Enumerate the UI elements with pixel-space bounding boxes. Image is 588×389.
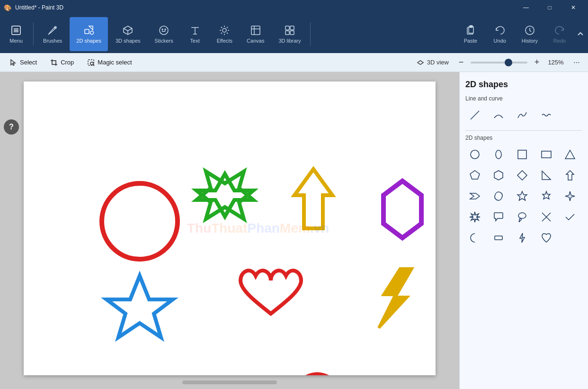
undo-label: Undo bbox=[494, 38, 506, 44]
horizontal-scrollbar[interactable] bbox=[182, 380, 277, 384]
svg-marker-36 bbox=[196, 172, 253, 217]
shape-line[interactable] bbox=[465, 106, 484, 125]
maximize-button[interactable]: □ bbox=[539, 0, 561, 15]
canvas-label: Canvas bbox=[247, 38, 264, 44]
magic-select-button[interactable]: Magic select bbox=[81, 55, 137, 70]
toolbar-3d-library[interactable]: 3D library bbox=[272, 17, 307, 51]
svg-rect-45 bbox=[518, 150, 526, 159]
minimize-button[interactable]: — bbox=[515, 0, 537, 15]
toolbar-text[interactable]: Text bbox=[181, 17, 209, 51]
svg-rect-24 bbox=[290, 26, 294, 30]
shape-diamond[interactable] bbox=[513, 166, 532, 185]
drawing-canvas[interactable]: ThuThuatPhanMem.vn bbox=[24, 81, 436, 375]
shape-curve-arc[interactable] bbox=[489, 106, 508, 125]
svg-point-8 bbox=[160, 26, 168, 35]
toolbar-redo[interactable]: Redo bbox=[545, 17, 574, 51]
svg-line-18 bbox=[221, 33, 222, 34]
select-button[interactable]: Select bbox=[4, 55, 43, 70]
shape-circle[interactable] bbox=[465, 145, 484, 164]
shape-cross[interactable] bbox=[537, 208, 556, 226]
svg-marker-37 bbox=[294, 169, 332, 228]
shape-star-5[interactable] bbox=[513, 187, 532, 206]
2d-shapes-grid bbox=[465, 145, 582, 247]
svg-marker-54 bbox=[517, 191, 527, 200]
svg-marker-51 bbox=[542, 171, 551, 180]
shape-s-curve[interactable] bbox=[513, 106, 532, 125]
toolbar-collapse-button[interactable] bbox=[575, 17, 586, 51]
svg-rect-25 bbox=[285, 31, 289, 35]
select-label: Select bbox=[20, 59, 37, 66]
shape-squiggle[interactable] bbox=[537, 106, 556, 125]
title-bar-left: 🎨 Untitled* - Paint 3D bbox=[4, 4, 63, 11]
svg-marker-6 bbox=[89, 26, 93, 30]
crop-button[interactable]: Crop bbox=[45, 55, 80, 70]
zoom-slider[interactable] bbox=[471, 62, 527, 63]
text-label: Text bbox=[190, 38, 200, 44]
shape-speech-bubble[interactable] bbox=[489, 208, 508, 226]
canvas-area: ThuThuatPhanMem.vn bbox=[0, 72, 459, 389]
shape-square[interactable] bbox=[513, 145, 532, 164]
main-toolbar: Menu Brushes 2D shapes 3D shapes bbox=[0, 15, 588, 53]
svg-marker-53 bbox=[470, 193, 480, 199]
zoom-out-button[interactable]: − bbox=[455, 57, 467, 68]
svg-point-11 bbox=[223, 28, 226, 32]
shape-triangle[interactable] bbox=[561, 145, 579, 164]
zoom-percent: 125% bbox=[546, 59, 565, 66]
3d-library-label: 3D library bbox=[278, 38, 301, 44]
shape-heart[interactable] bbox=[537, 228, 556, 247]
effects-label: Effects bbox=[217, 38, 232, 44]
close-button[interactable]: ✕ bbox=[562, 0, 584, 15]
zoom-thumb[interactable] bbox=[505, 59, 512, 66]
toolbar-brushes[interactable]: Brushes bbox=[36, 17, 69, 51]
shape-right-triangle[interactable] bbox=[537, 166, 556, 185]
shape-arrow-up[interactable] bbox=[561, 166, 579, 185]
shape-freeform[interactable] bbox=[489, 187, 508, 206]
svg-rect-30 bbox=[52, 61, 56, 64]
toolbar-2d-shapes[interactable]: 2D shapes bbox=[70, 17, 108, 51]
toolbar-stickers[interactable]: Stickers bbox=[148, 17, 180, 51]
shape-lightning[interactable] bbox=[513, 228, 532, 247]
toolbar-sep-2 bbox=[310, 22, 311, 46]
shape-checkmark[interactable] bbox=[561, 208, 579, 226]
svg-rect-46 bbox=[542, 151, 551, 158]
shape-star-6[interactable] bbox=[537, 187, 556, 206]
toolbar-effects[interactable]: Effects bbox=[210, 17, 239, 51]
view-3d-button[interactable]: 3D view bbox=[412, 57, 454, 68]
title-bar-controls: — □ ✕ bbox=[515, 0, 584, 15]
shape-star-4[interactable] bbox=[561, 187, 579, 206]
svg-marker-35 bbox=[196, 174, 253, 219]
help-button[interactable]: ? bbox=[4, 119, 19, 135]
shape-small-rect[interactable] bbox=[489, 228, 508, 247]
toolbar-history[interactable]: History bbox=[515, 17, 544, 51]
shape-burst[interactable] bbox=[465, 208, 484, 226]
svg-point-10 bbox=[165, 29, 166, 30]
shape-pentagon[interactable] bbox=[465, 166, 484, 185]
svg-marker-38 bbox=[383, 181, 421, 238]
shape-rectangle[interactable] bbox=[537, 145, 556, 164]
crop-label: Crop bbox=[61, 59, 74, 66]
svg-line-16 bbox=[221, 27, 222, 28]
shape-crescent[interactable] bbox=[465, 228, 484, 247]
svg-point-58 bbox=[518, 213, 526, 218]
zoom-in-button[interactable]: + bbox=[531, 57, 543, 68]
zoom-controls: − + 125% ··· bbox=[455, 55, 584, 70]
svg-line-19 bbox=[227, 27, 228, 28]
svg-marker-55 bbox=[543, 191, 550, 199]
paste-label: Paste bbox=[464, 38, 477, 44]
toolbar-canvas[interactable]: Canvas bbox=[240, 17, 271, 51]
shape-oval[interactable] bbox=[489, 145, 508, 164]
shape-chevron[interactable] bbox=[465, 187, 484, 206]
menu-label: Menu bbox=[9, 38, 23, 44]
shape-hexagon[interactable] bbox=[489, 166, 508, 185]
toolbar-undo[interactable]: Undo bbox=[486, 17, 514, 51]
svg-point-60 bbox=[519, 221, 520, 222]
toolbar-right: Paste Undo History Redo bbox=[456, 17, 574, 51]
menu-button[interactable]: Menu bbox=[2, 17, 30, 51]
toolbar-paste[interactable]: Paste bbox=[456, 17, 485, 51]
toolbar-3d-shapes[interactable]: 3D shapes bbox=[109, 17, 147, 51]
svg-rect-26 bbox=[290, 31, 294, 35]
more-options-button[interactable]: ··· bbox=[569, 55, 584, 70]
svg-marker-47 bbox=[565, 150, 575, 159]
shape-thought-bubble[interactable] bbox=[513, 208, 532, 226]
svg-rect-20 bbox=[251, 26, 260, 35]
